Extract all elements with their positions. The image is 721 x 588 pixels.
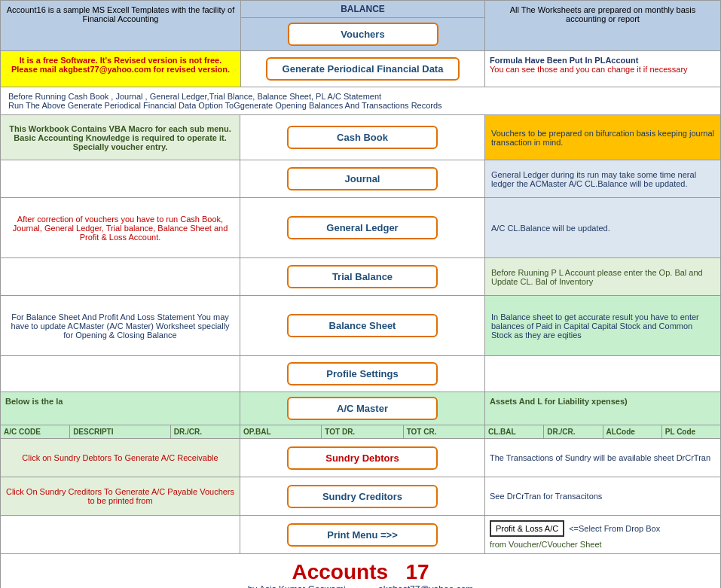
profile-settings-left-empty — [1, 356, 240, 390]
trial-balance-left-empty — [1, 258, 240, 296]
print-menu-btn-container: Print Menu =>> — [240, 516, 485, 553]
general-ledger-right-text: A/C CL.Balance will be updated. — [485, 198, 720, 258]
profit-loss-container: Profit & Loss A/C <=Select From Drop Box — [490, 520, 716, 537]
header-right-text: All The Worksheets are prepared on month… — [485, 1, 720, 50]
main-container: Account16 is a sample MS Excell Template… — [0, 0, 721, 588]
master-headers-center: OP.BAL TOT DR. TOT CR. — [240, 425, 485, 438]
print-menu-left-empty — [1, 516, 240, 553]
cashbook-right-text: Vouchers to be prepared on bifurcation b… — [485, 115, 720, 160]
acmaster-btn-container: A/C Master — [240, 392, 485, 425]
sundry-debtors-left-text: Click on Sundry Debtors To Generate A/C … — [1, 439, 240, 477]
footer-title-row: Accounts 17 — [7, 560, 714, 584]
sundry-creditors-btn-container: Sundry Creditors — [240, 477, 485, 515]
header-dr-cr2: DR./CR. — [544, 425, 603, 438]
profit-loss-input[interactable]: Profit & Loss A/C — [490, 520, 564, 537]
journal-btn-container: Journal — [240, 160, 484, 198]
master-headers-right: CL.BAL DR./CR. ALCode PL Code — [485, 425, 720, 438]
footer: Accounts 17 by Asis Kumar Goswami akgbes… — [0, 554, 721, 588]
print-menu-button[interactable]: Print Menu =>> — [287, 523, 438, 547]
header-ac-code: A/C CODE — [1, 425, 70, 438]
profile-settings-right-empty — [485, 356, 720, 390]
cashbook-btn-container: Cash Book — [240, 115, 484, 160]
header-alcode: ALCode — [603, 425, 662, 438]
header-descripti: DESCRIPTI — [70, 425, 171, 438]
balance-sheet-btn-container: Balance Sheet — [240, 296, 484, 356]
profile-settings-btn-container: Profile Settings — [240, 356, 484, 391]
vouchers-btn-container: Vouchers — [241, 18, 484, 50]
trial-balance-btn-container: Trial Balance — [240, 258, 484, 296]
sundry-creditors-row: Click On Sundry Creditors To Generate A/… — [0, 477, 721, 516]
generate-btn-container: Generate Periodical Financial Data — [241, 51, 484, 87]
select-hint-text: <=Select From Drop Box — [569, 524, 660, 533]
balance-label: BALANCE — [241, 1, 484, 18]
instruction-line2: Run The Above Generate Periodical Financ… — [8, 101, 713, 110]
info-right-text: You can see those and you can change it … — [490, 65, 716, 74]
footer-email: akgbest77@yahoo.com — [378, 584, 473, 588]
from-voucher-text: from Voucher/CVoucher Sheet — [490, 540, 716, 549]
header-left-text: Account16 is a sample MS Excell Template… — [1, 1, 240, 50]
journal-right-text: General Ledger during its run may take s… — [485, 160, 720, 198]
general-ledger-btn-container: General Ledger — [240, 198, 484, 258]
left-col: This Workbook Contains VBA Macro for eac… — [1, 115, 240, 391]
general-ledger-left-text: After correction of vouchers you have to… — [1, 198, 240, 258]
balance-sheet-left-text: For Balance Sheet And Profit And Loss St… — [1, 296, 240, 356]
info-right: Formula Have Been Put In PLAccount You c… — [485, 51, 720, 87]
info-left-text: It is a free Software. It's Revised vers… — [1, 51, 240, 87]
center-buttons-col: Cash Book Journal General Ledger Trial B… — [240, 115, 485, 391]
journal-button[interactable]: Journal — [287, 167, 438, 190]
master-intro-left: Below is the la — [1, 392, 240, 425]
acmaster-button[interactable]: A/C Master — [287, 397, 438, 420]
master-intro-right: Assets And L for Liability xpenses) — [485, 392, 720, 425]
trial-balance-right-text: Before Ruuning P L Account please enter … — [485, 258, 720, 296]
master-headers-left: A/C CODE DESCRIPTI DR./CR. — [1, 425, 240, 438]
master-headers-row: A/C CODE DESCRIPTI DR./CR. OP.BAL TOT DR… — [0, 425, 721, 439]
vouchers-button[interactable]: Vouchers — [288, 23, 438, 46]
sundry-debtors-button[interactable]: Sundry Debtors — [287, 446, 438, 470]
header-center: BALANCE Vouchers — [240, 1, 485, 50]
footer-author: by Asis Kumar Goswami — [248, 584, 346, 588]
balance-sheet-button[interactable]: Balance Sheet — [287, 314, 438, 337]
header-pl-code: PL Code — [662, 425, 720, 438]
cashbook-button[interactable]: Cash Book — [287, 126, 438, 149]
balance-sheet-right-text: In Balance sheet to get accurate result … — [485, 296, 720, 356]
cashbook-left-text: This Workbook Contains VBA Macro for eac… — [1, 115, 240, 160]
right-info-col: Vouchers to be prepared on bifurcation b… — [485, 115, 720, 391]
header-dr-cr: DR./CR. — [171, 425, 240, 438]
content-area: This Workbook Contains VBA Macro for eac… — [0, 115, 721, 392]
sundry-creditors-right-text: See DrCrTran for Transacitons — [485, 477, 720, 515]
instructions-row: Before Running Cash Book , Journal , Gen… — [0, 87, 721, 115]
info-right-title: Formula Have Been Put In PLAccount — [490, 56, 716, 65]
print-menu-row: Print Menu =>> Profit & Loss A/C <=Selec… — [0, 516, 721, 554]
header-tot-cr: TOT CR. — [404, 425, 484, 438]
trial-balance-button[interactable]: Trial Balance — [287, 265, 438, 288]
generate-button[interactable]: Generate Periodical Financial Data — [266, 57, 460, 81]
header-tot-dr: TOT DR. — [322, 425, 403, 438]
master-intro-row: Below is the la A/C Master Assets And L … — [0, 392, 721, 425]
journal-left-empty — [1, 160, 240, 198]
info-row: It is a free Software. It's Revised vers… — [0, 51, 721, 87]
footer-accounts-label: Accounts — [292, 560, 388, 583]
instruction-line1: Before Running Cash Book , Journal , Gen… — [8, 92, 713, 101]
header-cl-bal: CL.BAL — [485, 425, 544, 438]
print-menu-right: Profit & Loss A/C <=Select From Drop Box… — [485, 516, 720, 553]
footer-author-row: by Asis Kumar Goswami akgbest77@yahoo.co… — [7, 584, 714, 588]
header-row: Account16 is a sample MS Excell Template… — [0, 0, 721, 51]
sundry-debtors-right-text: The Transactions of Sundry will be avail… — [485, 439, 720, 477]
sundry-debtors-row: Click on Sundry Debtors To Generate A/C … — [0, 439, 721, 477]
sundry-debtors-btn-container: Sundry Debtors — [240, 439, 485, 477]
footer-number: 17 — [405, 560, 429, 583]
sundry-creditors-left-text: Click On Sundry Creditors To Generate A/… — [1, 477, 240, 515]
general-ledger-button[interactable]: General Ledger — [287, 216, 438, 239]
info-center: Generate Periodical Financial Data — [240, 51, 485, 87]
sundry-creditors-button[interactable]: Sundry Creditors — [287, 485, 438, 508]
profile-settings-button[interactable]: Profile Settings — [287, 362, 438, 385]
header-op-bal: OP.BAL — [240, 425, 322, 438]
